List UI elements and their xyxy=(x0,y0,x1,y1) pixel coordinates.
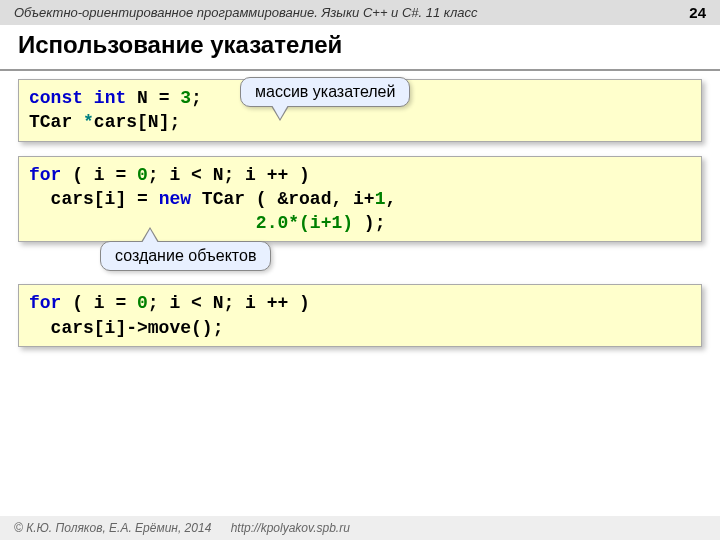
code-block-2: for ( i = 0; i < N; i ++ ) cars[i] = new… xyxy=(18,156,702,243)
course-title: Объектно-ориентированное программировани… xyxy=(14,5,478,20)
copyright: © К.Ю. Поляков, Е.А. Ерёмин, 2014 xyxy=(14,521,211,535)
page-number: 24 xyxy=(689,4,706,21)
kw-int: int xyxy=(94,88,126,108)
callout-label: создание объектов xyxy=(115,247,256,264)
code-text: cars[i] = xyxy=(29,189,159,209)
code-text: , xyxy=(385,189,396,209)
num-1: 1 xyxy=(375,189,386,209)
code-text: N = xyxy=(126,88,180,108)
header-bar: Объектно-ориентированное программировани… xyxy=(0,0,720,25)
code-text: ( i = xyxy=(61,293,137,313)
callout-create-objects: создание объектов xyxy=(100,241,271,271)
footer-link[interactable]: http://kpolyakov.spb.ru xyxy=(231,521,350,535)
code-text: TCar xyxy=(29,112,83,132)
code-block-3: for ( i = 0; i < N; i ++ ) cars[i]->move… xyxy=(18,284,702,347)
code-text: ); xyxy=(353,213,385,233)
kw-new: new xyxy=(159,189,191,209)
code-text: cars[i]->move(); xyxy=(29,318,223,338)
kw-for: for xyxy=(29,293,61,313)
footer-bar: © К.Ю. Поляков, Е.А. Ерёмин, 2014 http:/… xyxy=(0,516,720,540)
expr: 2.0*(i+1) xyxy=(256,213,353,233)
callout-label: массив указателей xyxy=(255,83,395,100)
num-3: 3 xyxy=(180,88,191,108)
star: * xyxy=(83,112,94,132)
callout-array-pointers: массив указателей xyxy=(240,77,410,107)
code-text: cars[N]; xyxy=(94,112,180,132)
code-text: ; i < N; i ++ ) xyxy=(148,165,310,185)
page-title: Использование указателей xyxy=(0,25,720,71)
code-text: ; xyxy=(191,88,202,108)
kw-for: for xyxy=(29,165,61,185)
content-area: const int N = 3; TCar *cars[N]; массив у… xyxy=(0,71,720,369)
code-text: ; i < N; i ++ ) xyxy=(148,293,310,313)
code-text: ( i = xyxy=(61,165,137,185)
code-text: TCar ( &road, i+ xyxy=(191,189,375,209)
kw-const: const xyxy=(29,88,83,108)
num-0: 0 xyxy=(137,165,148,185)
num-0: 0 xyxy=(137,293,148,313)
